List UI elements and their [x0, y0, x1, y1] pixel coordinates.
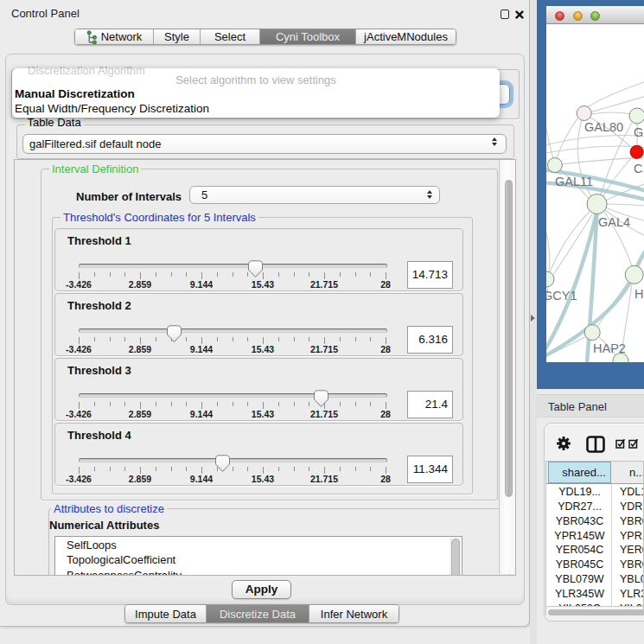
- checkbox-icon[interactable]: [615, 437, 627, 449]
- gear-icon[interactable]: [556, 436, 571, 451]
- tab-select[interactable]: Select: [201, 29, 260, 44]
- tab-network[interactable]: Network: [75, 29, 154, 44]
- tab-jactivemnodules[interactable]: jActiveMNodules: [356, 29, 456, 44]
- table-cell-name[interactable]: YDL19...: [620, 486, 644, 498]
- table-hscrollbar[interactable]: [546, 606, 644, 615]
- table-cell-shared-name[interactable]: YPR145W: [548, 530, 611, 542]
- list-item[interactable]: SelfLoops: [67, 539, 117, 552]
- slider-track[interactable]: [79, 458, 387, 462]
- slider-tick-label: 28: [367, 409, 405, 419]
- interval-definition-title: Interval Definition: [49, 163, 141, 175]
- network-node[interactable]: [587, 194, 607, 214]
- slider-tick: [294, 467, 295, 471]
- minimize-traffic-light[interactable]: [573, 11, 583, 21]
- float-window-button[interactable]: [501, 10, 510, 19]
- table-cell-shared-name[interactable]: YDL19...: [548, 486, 611, 498]
- slider-track[interactable]: [79, 264, 387, 268]
- tab-impute-data[interactable]: Impute Data: [125, 605, 207, 622]
- table-cell-shared-name[interactable]: YDR27...: [548, 501, 611, 513]
- table-cell-name[interactable]: YBL079W: [620, 573, 644, 585]
- slider-tick: [156, 272, 156, 277]
- list-scrollbar[interactable]: [450, 538, 461, 576]
- node-table[interactable]: shared... n... YDL19...YDL19...YDR27...Y…: [545, 461, 644, 615]
- table-cell-name[interactable]: YER054C: [620, 544, 644, 556]
- network-node[interactable]: [547, 158, 562, 173]
- network-node[interactable]: [584, 325, 600, 341]
- slider-tick: [94, 337, 95, 341]
- column-header-shared-name[interactable]: shared...: [548, 462, 611, 483]
- tab-style[interactable]: Style: [154, 29, 201, 44]
- slider-tick: [355, 402, 356, 406]
- slider-tick: [309, 272, 309, 277]
- tab-discretize-data[interactable]: Discretize Data: [207, 605, 309, 622]
- list-item[interactable]: BetweennessCentrality: [67, 569, 182, 576]
- network-node-label: C...: [634, 162, 644, 175]
- slider-thumb[interactable]: [215, 455, 230, 473]
- numerical-attributes-list[interactable]: SelfLoopsTopologicalCoefficientBetweenne…: [54, 536, 462, 576]
- slider-tick: [370, 337, 371, 341]
- table-cell-shared-name[interactable]: YBR043C: [548, 515, 611, 527]
- panel-scrollbar-thumb[interactable]: [505, 180, 513, 497]
- slider-track[interactable]: [79, 393, 387, 398]
- column-header-name[interactable]: n...: [629, 466, 644, 479]
- table-cell-name[interactable]: YBR045C: [620, 558, 644, 571]
- slider-tick-label: 2.859: [121, 409, 159, 419]
- panel-scrollbar[interactable]: [499, 160, 516, 574]
- split-divider-icon[interactable]: [531, 315, 535, 322]
- table-data-combobox[interactable]: galFiltered.sif default node: [22, 134, 507, 154]
- close-icon[interactable]: [515, 10, 524, 19]
- network-node[interactable]: [630, 145, 643, 158]
- threshold-value-field[interactable]: 11.344: [407, 456, 453, 483]
- split-columns-icon[interactable]: [586, 436, 605, 453]
- network-view-canvas[interactable]: GAL80G...C...GAL11GAL4GCY1H...HAP2: [546, 24, 644, 362]
- tab-cyni-toolbox[interactable]: Cyni Toolbox: [260, 29, 356, 44]
- table-cell-name[interactable]: YPR145W: [620, 530, 644, 542]
- slider-tick: [233, 402, 233, 406]
- table-cell-shared-name[interactable]: YBL079W: [548, 573, 611, 585]
- list-item[interactable]: TopologicalCoefficient: [67, 553, 175, 566]
- network-node[interactable]: [546, 271, 554, 287]
- slider-tick: [140, 337, 141, 344]
- slider-thumb[interactable]: [314, 390, 328, 408]
- slider-tick: [94, 467, 95, 471]
- dropdown-item-manual-discretization[interactable]: Manual Discretization: [15, 87, 135, 100]
- slider-tick: [171, 272, 172, 277]
- slider-tick: [233, 467, 233, 471]
- slider-thumb[interactable]: [167, 325, 182, 343]
- slider-tick: [247, 337, 248, 341]
- slider-tick: [247, 467, 248, 471]
- slider-track[interactable]: [79, 328, 387, 333]
- close-traffic-light[interactable]: [555, 11, 564, 21]
- table-cell-name[interactable]: YDR27...: [620, 501, 644, 513]
- slider-tick-label: 2.859: [121, 474, 159, 484]
- dropdown-item-equal-width[interactable]: Equal Width/Frequency Discretization: [15, 102, 209, 115]
- table-cell-name[interactable]: YLR345W: [620, 588, 644, 600]
- table-cell-name[interactable]: YBR043C: [620, 515, 644, 527]
- tab-infer-network[interactable]: Infer Network: [309, 605, 399, 622]
- network-window-titlebar[interactable]: [546, 6, 644, 24]
- zoom-traffic-light[interactable]: [590, 11, 600, 21]
- table-cell-shared-name[interactable]: YBR045C: [548, 558, 611, 571]
- network-node[interactable]: [577, 106, 591, 121]
- slider-tick: [186, 337, 187, 341]
- table-hscrollbar-thumb[interactable]: [548, 609, 644, 615]
- table-panel-header[interactable]: Table Panel: [537, 394, 644, 418]
- slider-tick: [171, 467, 172, 471]
- slider-thumb[interactable]: [248, 260, 263, 278]
- checkbox-icon[interactable]: [628, 437, 640, 449]
- network-node[interactable]: [625, 265, 643, 284]
- list-scrollbar-thumb[interactable]: [451, 539, 460, 576]
- table-cell-shared-name[interactable]: YER054C: [548, 544, 611, 556]
- number-of-intervals-combobox[interactable]: 5: [189, 186, 440, 204]
- slider-tick: [278, 337, 279, 341]
- table-cell-shared-name[interactable]: YLR345W: [548, 588, 611, 600]
- slider-tick: [140, 272, 141, 279]
- slider-tick: [201, 402, 202, 409]
- apply-button[interactable]: Apply: [232, 580, 291, 599]
- network-node[interactable]: [629, 108, 644, 124]
- threshold-value-field[interactable]: 14.713: [407, 261, 453, 289]
- slider-tick-label: 2.859: [121, 279, 159, 290]
- threshold-value-field[interactable]: 6.316: [407, 326, 453, 354]
- threshold-value-field[interactable]: 21.4: [407, 391, 453, 418]
- slider-tick: [370, 272, 371, 277]
